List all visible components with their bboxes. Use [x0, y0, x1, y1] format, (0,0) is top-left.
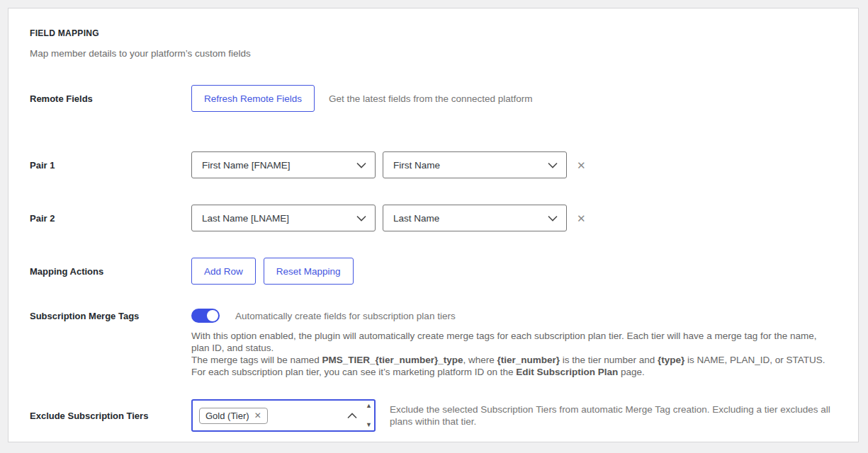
- remote-fields-help: Get the latest fields from the connected…: [329, 93, 532, 105]
- chevron-down-icon: [548, 162, 558, 168]
- exclude-tiers-label: Exclude Subscription Tiers: [30, 411, 191, 421]
- pair-row-2: Pair 2 Last Name [LNAME] Last Name ✕: [30, 205, 837, 231]
- merge-tags-description-line-3: For each subscription plan tier, you can…: [191, 366, 837, 378]
- pair-2-remote-field-select[interactable]: Last Name [LNAME]: [191, 205, 376, 231]
- merge-tags-description: With this option enabled, the plugin wil…: [191, 330, 837, 378]
- scroll-up-icon[interactable]: ▲: [366, 403, 372, 409]
- toggle-knob-icon: [207, 310, 218, 321]
- merge-tags-description-line-2: The merge tags will be named PMS_TIER_{t…: [191, 354, 837, 366]
- field-mapping-card: FIELD MAPPING Map member details to your…: [8, 8, 859, 442]
- pair-1-remote-field-value: First Name [FNAME]: [202, 160, 291, 171]
- mapping-actions-label: Mapping Actions: [30, 266, 191, 277]
- merge-tags-caption: Automatically create fields for subscrip…: [235, 311, 456, 321]
- selected-tier-tag-label: Gold (Tier): [205, 411, 249, 421]
- exclude-tiers-help: Exclude the selected Subscription Tiers …: [390, 403, 837, 428]
- pair-2-platform-field-select[interactable]: Last Name: [383, 205, 567, 231]
- remote-fields-row: Remote Fields Refresh Remote Fields Get …: [30, 85, 837, 112]
- pair-row-1: Pair 1 First Name [FNAME] First Name ✕: [30, 151, 837, 178]
- reset-mapping-button[interactable]: Reset Mapping: [264, 258, 354, 285]
- pair-2-platform-field-value: Last Name: [393, 213, 439, 224]
- remote-fields-label: Remote Fields: [30, 93, 191, 104]
- pair-1-remote-field-select[interactable]: First Name [FNAME]: [191, 151, 376, 178]
- exclude-tiers-row: Exclude Subscription Tiers Gold (Tier) ✕…: [30, 399, 837, 432]
- chevron-down-icon: [356, 162, 366, 168]
- pair-1-platform-field-value: First Name: [393, 160, 440, 171]
- pair-2-remote-field-value: Last Name [LNAME]: [202, 213, 289, 224]
- pair-2-label: Pair 2: [30, 213, 191, 224]
- page-background: FIELD MAPPING Map member details to your…: [0, 0, 868, 453]
- add-row-button[interactable]: Add Row: [191, 258, 256, 285]
- merge-tags-description-line-1: With this option enabled, the plugin wil…: [191, 330, 837, 354]
- remove-pair-1-button[interactable]: ✕: [577, 160, 586, 171]
- selected-tier-tag: Gold (Tier) ✕: [199, 408, 268, 424]
- remove-pair-2-button[interactable]: ✕: [577, 213, 586, 224]
- tag-remove-icon[interactable]: ✕: [254, 411, 261, 420]
- scroll-down-icon[interactable]: ▼: [366, 422, 372, 428]
- multiselect-scrollbar[interactable]: ▲ ▼: [363, 401, 374, 430]
- pair-1-label: Pair 1: [30, 160, 191, 171]
- section-subtitle: Map member details to your platform’s cu…: [30, 48, 837, 59]
- section-title: FIELD MAPPING: [30, 28, 837, 38]
- merge-tags-row: Subscription Merge Tags Automatically cr…: [30, 309, 837, 323]
- merge-tags-toggle[interactable]: [191, 309, 220, 323]
- chevron-down-icon: [548, 215, 558, 222]
- chevron-up-icon[interactable]: [347, 413, 357, 419]
- refresh-remote-fields-button[interactable]: Refresh Remote Fields: [191, 85, 315, 112]
- merge-tags-label: Subscription Merge Tags: [30, 311, 191, 321]
- chevron-down-icon: [356, 215, 366, 222]
- exclude-tiers-multiselect[interactable]: Gold (Tier) ✕ ▲ ▼: [191, 399, 376, 432]
- mapping-actions-row: Mapping Actions Add Row Reset Mapping: [30, 258, 837, 285]
- pair-1-platform-field-select[interactable]: First Name: [383, 151, 567, 178]
